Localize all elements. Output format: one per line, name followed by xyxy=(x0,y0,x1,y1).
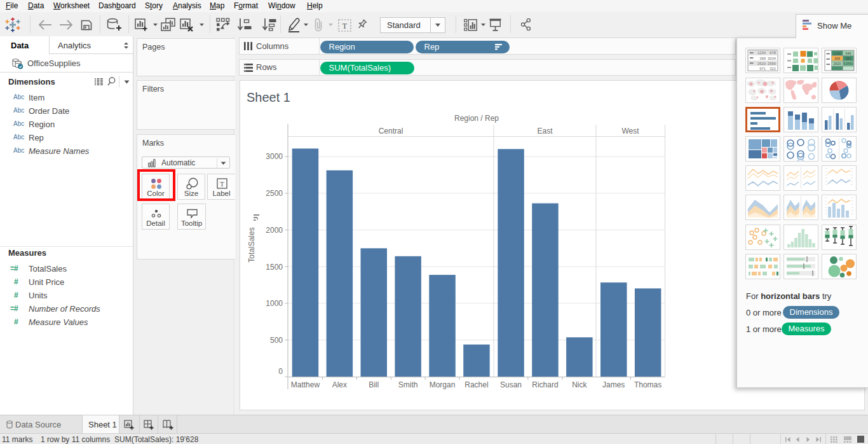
svg-text:2556: 2556 xyxy=(768,62,776,66)
svg-text:T: T xyxy=(342,22,348,31)
svg-text:1234: 1234 xyxy=(757,51,766,55)
svg-text:380: 380 xyxy=(845,57,851,60)
svg-text:Bill: Bill xyxy=(369,380,379,389)
svg-text:Susan: Susan xyxy=(499,380,521,389)
svg-text:0: 0 xyxy=(278,367,283,376)
svg-text:2620: 2620 xyxy=(833,62,841,66)
svg-text:Region / Rep: Region / Rep xyxy=(454,114,498,123)
svg-text:1500: 1500 xyxy=(266,263,283,272)
svg-text:West: West xyxy=(621,127,639,135)
svg-text:Matthew: Matthew xyxy=(290,380,320,389)
svg-text:1000: 1000 xyxy=(266,299,283,308)
svg-text:Sheet 1: Sheet 1 xyxy=(247,90,290,104)
svg-text:East: East xyxy=(537,127,553,135)
svg-text:678: 678 xyxy=(770,51,776,55)
svg-text:Smith: Smith xyxy=(398,380,417,389)
svg-text:3000: 3000 xyxy=(266,152,283,161)
svg-text:Central: Central xyxy=(378,127,403,135)
svg-text:T: T xyxy=(220,181,224,188)
svg-text:322: 322 xyxy=(770,67,776,71)
svg-text:Morgan: Morgan xyxy=(429,380,455,389)
svg-text:546: 546 xyxy=(845,52,851,55)
svg-text:Thomas: Thomas xyxy=(634,380,661,389)
svg-text:368: 368 xyxy=(834,57,840,60)
svg-text:Richard: Richard xyxy=(532,380,558,389)
svg-text:500: 500 xyxy=(269,336,282,345)
svg-text:368: 368 xyxy=(759,57,766,60)
svg-text:Nick: Nick xyxy=(572,380,587,389)
svg-text:1234: 1234 xyxy=(833,52,841,55)
svg-text:2620: 2620 xyxy=(757,62,766,66)
svg-text:3034: 3034 xyxy=(768,57,776,60)
svg-text:TotalSales: TotalSales xyxy=(247,227,255,262)
svg-text:53890: 53890 xyxy=(843,62,853,66)
svg-text:Rachel: Rachel xyxy=(465,380,488,389)
svg-text:Alex: Alex xyxy=(332,380,346,389)
svg-text:971: 971 xyxy=(759,67,766,71)
svg-text:2000: 2000 xyxy=(266,226,283,235)
svg-text:James: James xyxy=(602,380,625,389)
svg-text:2500: 2500 xyxy=(266,189,283,198)
